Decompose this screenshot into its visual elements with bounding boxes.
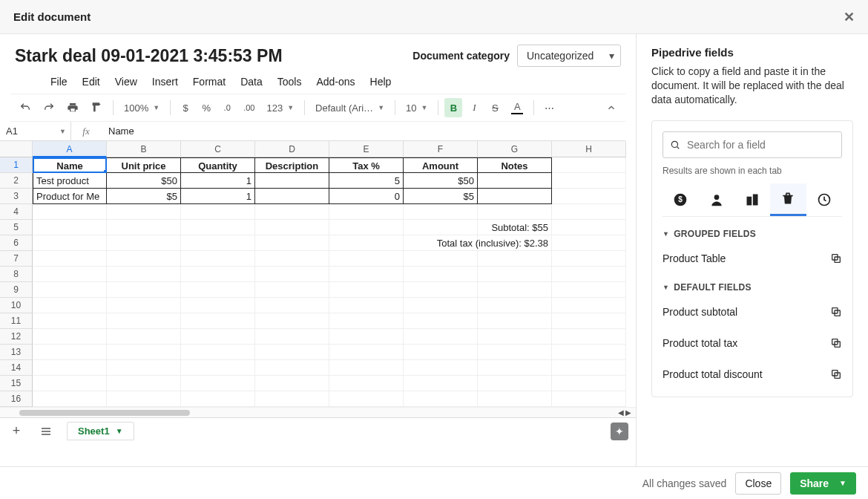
cell[interactable] [33,345,107,360]
cell[interactable] [107,329,181,345]
column-header[interactable]: D [255,141,329,157]
row-header[interactable]: 1 [0,157,33,173]
cell[interactable] [33,360,107,376]
cell[interactable] [107,235,181,251]
field-product-total-discount[interactable]: Product total discount [662,362,842,386]
row-header[interactable]: 2 [0,173,33,189]
column-header[interactable]: B [107,141,181,157]
cell[interactable] [33,391,107,407]
select-all-cell[interactable] [0,141,33,157]
cell[interactable] [552,157,626,173]
row-header[interactable]: 15 [0,376,33,391]
cell[interactable] [404,329,478,345]
cell[interactable] [255,329,329,345]
cell[interactable] [552,391,626,407]
cell[interactable] [107,282,181,298]
menu-insert[interactable]: Insert [152,76,178,88]
menu-addons[interactable]: Add-ons [316,76,355,88]
cell[interactable]: 0 [329,189,404,204]
bold-button[interactable]: B [444,98,462,117]
field-product-table[interactable]: Product Table [662,247,842,270]
cell[interactable] [329,251,404,267]
cell[interactable] [478,329,552,345]
explore-icon[interactable]: ✦ [611,423,628,440]
number-format-dropdown[interactable]: 123 ▼ [262,101,298,115]
close-button[interactable]: Close [735,472,781,495]
cell[interactable] [329,360,404,376]
cell[interactable] [404,267,478,282]
copy-icon[interactable] [830,368,842,380]
decrease-decimal-icon[interactable]: .0 [218,98,236,117]
tab-person[interactable] [698,183,734,216]
cell[interactable]: Test product [33,173,107,189]
cell[interactable] [478,189,552,204]
currency-icon[interactable]: $ [177,98,194,117]
cell[interactable]: $5 [404,189,478,204]
tab-deal[interactable]: $ [662,183,698,216]
close-icon[interactable]: ✕ [844,9,855,25]
doc-category-select[interactable]: Uncategorized ▾ [517,45,621,67]
column-header[interactable]: H [552,141,626,157]
menu-data[interactable]: Data [240,76,263,88]
all-sheets-icon[interactable] [36,422,56,441]
cell[interactable] [329,329,404,345]
cell[interactable] [181,220,255,235]
undo-icon[interactable] [15,98,36,117]
strikethrough-button[interactable]: S [486,98,504,117]
row-header[interactable]: 5 [0,220,33,235]
cell[interactable] [552,267,626,282]
cell[interactable] [552,235,626,251]
cell[interactable] [478,251,552,267]
cell[interactable] [107,298,181,313]
cell[interactable] [181,235,255,251]
cell[interactable] [255,235,329,251]
cell[interactable] [478,376,552,391]
cell[interactable]: Subtotal: $55 [478,220,552,235]
document-title[interactable]: Stark deal 09-01-2021 3:45:53 PM [15,46,283,66]
cell[interactable] [255,391,329,407]
cell[interactable] [552,360,626,376]
scrollbar-thumb[interactable] [19,410,190,416]
cell[interactable] [181,204,255,220]
cell[interactable]: Total tax (inclusive): $2.38 [478,235,552,251]
cell[interactable] [33,313,107,329]
cell[interactable] [552,329,626,345]
cell[interactable] [478,282,552,298]
row-header[interactable]: 14 [0,360,33,376]
row-header[interactable]: 12 [0,329,33,345]
spreadsheet-grid[interactable]: ABCDEFGH1NameUnit priceQuantityDescripti… [0,141,636,466]
font-size-dropdown[interactable]: 10 ▼ [401,101,432,115]
cell[interactable] [329,235,404,251]
zoom-dropdown[interactable]: 100% ▼ [119,101,164,115]
more-tools-icon[interactable]: ⋯ [540,98,559,117]
row-header[interactable]: 10 [0,298,33,313]
cell[interactable] [478,298,552,313]
copy-icon[interactable] [830,337,842,349]
field-product-total-tax[interactable]: Product total tax [662,331,842,355]
column-header[interactable]: A [33,141,107,157]
cell[interactable]: $50 [404,173,478,189]
cell[interactable] [255,267,329,282]
cell[interactable] [255,345,329,360]
row-header[interactable]: 6 [0,235,33,251]
menu-tools[interactable]: Tools [277,76,302,88]
cell[interactable] [33,267,107,282]
tab-product[interactable] [770,183,806,216]
cell[interactable] [552,313,626,329]
cell[interactable] [404,251,478,267]
cell[interactable] [404,204,478,220]
cell[interactable]: Tax % [329,157,404,173]
cell[interactable] [255,376,329,391]
cell[interactable] [404,391,478,407]
cell[interactable] [33,220,107,235]
cell[interactable] [478,391,552,407]
default-fields-header[interactable]: ▼ DEFAULT FIELDS [662,282,842,293]
cell[interactable] [478,267,552,282]
redo-icon[interactable] [39,98,59,117]
column-header[interactable]: C [181,141,255,157]
cell[interactable] [107,360,181,376]
cell[interactable] [107,267,181,282]
cell[interactable] [33,204,107,220]
cell[interactable] [329,345,404,360]
cell[interactable] [255,251,329,267]
